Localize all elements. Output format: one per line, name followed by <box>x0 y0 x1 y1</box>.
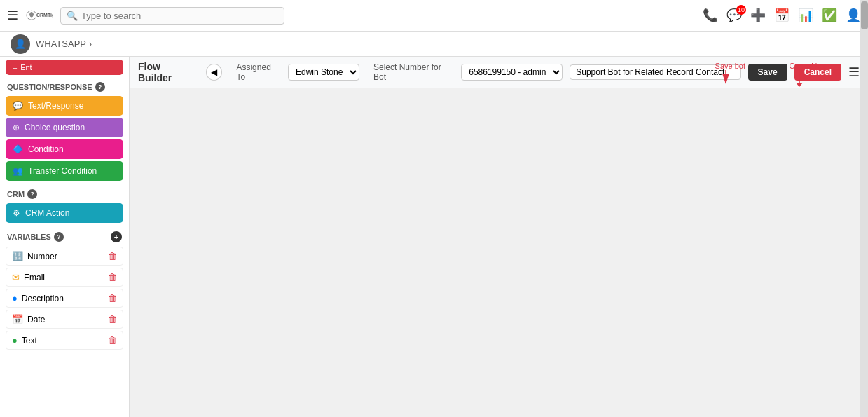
var-email[interactable]: ✉ Email 🗑 <box>6 268 123 287</box>
search-icon: 🔍 <box>67 11 78 21</box>
delete-description-icon[interactable]: 🗑 <box>108 293 117 303</box>
more-menu-icon[interactable]: ☰ <box>848 64 860 80</box>
content-area: Flow Builder ◀ Assigned To Edwin Stone S… <box>130 57 868 417</box>
breadcrumb: WHATSAPP › <box>36 39 92 49</box>
description-icon: ● <box>12 293 18 303</box>
search-input[interactable] <box>81 11 278 21</box>
assigned-to-select[interactable]: Edwin Stone <box>288 64 359 81</box>
add-variable-icon[interactable]: + <box>111 231 122 242</box>
select-number-label: Select Number for Bot <box>373 62 454 82</box>
crm-help-icon: ? <box>27 189 37 199</box>
var-text[interactable]: ● Text 🗑 <box>6 331 123 350</box>
chart-icon[interactable]: 📊 <box>798 8 813 23</box>
sidebar-top-label: Ent <box>20 63 32 71</box>
delete-number-icon[interactable]: 🗑 <box>108 251 117 261</box>
sidebar-item-condition[interactable]: 🔷 Condition <box>6 139 123 159</box>
text-response-icon: 💬 <box>13 101 23 111</box>
cancel-button[interactable]: Cancel <box>794 64 841 81</box>
user-icon[interactable]: 👤 <box>846 8 861 23</box>
choice-question-icon: ⊕ <box>13 123 20 132</box>
flow-builder-title: Flow Builder <box>138 61 195 83</box>
question-response-title: QUESTION/RESPONSE ? <box>0 78 129 94</box>
canvas-wrapper: Save bot Cancel bot <box>130 88 868 417</box>
whatsapp-icon[interactable]: 💬 10 <box>726 8 742 23</box>
assigned-to-label: Assigned To <box>236 62 281 82</box>
sidebar-item-crm-action[interactable]: ⚙ CRM Action <box>6 203 123 223</box>
logo: CRMTiger <box>25 5 53 26</box>
date-icon: 📅 <box>12 314 23 324</box>
delete-email-icon[interactable]: 🗑 <box>108 272 117 282</box>
crm-action-icon: ⚙ <box>13 208 20 218</box>
variables-help-icon: ? <box>54 232 64 242</box>
check-icon[interactable]: ✅ <box>822 8 837 23</box>
sub-navbar: 👤 WHATSAPP › <box>0 32 868 57</box>
top-navbar: ☰ CRMTiger 🔍 📞 💬 10 ➕ 📅 📊 ✅ 👤 <box>0 0 868 32</box>
search-bar[interactable]: 🔍 <box>60 7 284 25</box>
bot-name-input[interactable] <box>570 64 740 80</box>
scrollbar-thumb[interactable] <box>861 1 868 29</box>
sidebar: – Ent QUESTION/RESPONSE ? 💬 Text/Respons… <box>0 57 130 417</box>
delete-date-icon[interactable]: 🗑 <box>108 314 117 324</box>
calendar-icon[interactable]: 📅 <box>774 8 790 23</box>
sidebar-item-text-response[interactable]: 💬 Text/Response <box>6 96 123 116</box>
logo-svg: CRMTiger <box>25 5 53 26</box>
condition-icon: 🔷 <box>13 144 23 154</box>
number-icon: 🔢 <box>12 251 23 261</box>
notification-badge: 10 <box>736 5 746 15</box>
sidebar-top-icon: – <box>13 63 17 71</box>
flow-header: Flow Builder ◀ Assigned To Edwin Stone S… <box>130 57 868 88</box>
save-button[interactable]: Save <box>748 64 787 81</box>
var-number[interactable]: 🔢 Number 🗑 <box>6 247 123 266</box>
collapse-sidebar-button[interactable]: ◀ <box>206 64 222 81</box>
hamburger-icon[interactable]: ☰ <box>7 8 18 23</box>
sidebar-item-transfer-condition[interactable]: 👥 Transfer Condition <box>6 161 123 181</box>
transfer-condition-icon: 👥 <box>13 166 23 176</box>
svg-text:CRMTiger: CRMTiger <box>36 13 53 18</box>
delete-text-icon[interactable]: 🗑 <box>108 335 117 346</box>
main-layout: – Ent QUESTION/RESPONSE ? 💬 Text/Respons… <box>0 57 868 417</box>
sidebar-item-choice-question[interactable]: ⊕ Choice question <box>6 118 123 137</box>
var-description[interactable]: ● Description 🗑 <box>6 289 123 308</box>
scrollbar[interactable] <box>860 0 868 417</box>
var-date[interactable]: 📅 Date 🗑 <box>6 310 123 329</box>
text-icon: ● <box>12 335 18 346</box>
sidebar-top-item[interactable]: – Ent <box>6 60 123 75</box>
phone-icon[interactable]: 📞 <box>703 8 718 23</box>
select-number-select[interactable]: 6586199150 - admin <box>461 64 563 81</box>
nav-icons: 📞 💬 10 ➕ 📅 📊 ✅ 👤 <box>703 8 861 23</box>
crm-title: CRM ? <box>0 185 129 201</box>
variables-title: VARIABLES ? + <box>0 227 129 245</box>
user-avatar: 👤 <box>11 34 30 54</box>
help-icon: ? <box>95 82 105 92</box>
add-icon[interactable]: ➕ <box>750 8 766 23</box>
email-icon: ✉ <box>12 272 20 282</box>
